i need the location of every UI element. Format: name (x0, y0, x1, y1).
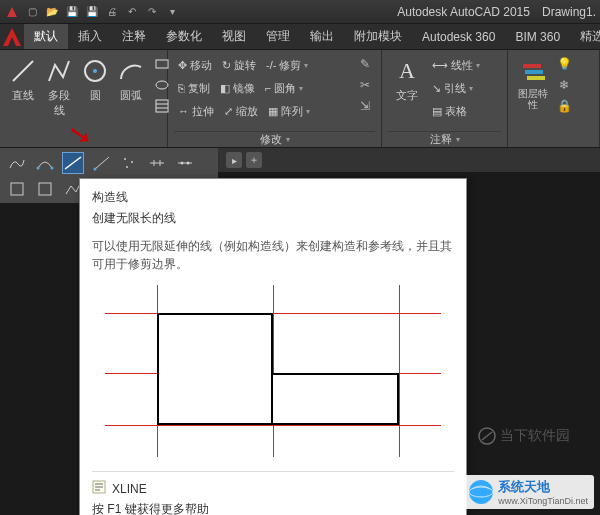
polyline-button[interactable]: 多段线 (42, 54, 76, 147)
tab-default[interactable]: 默认 (24, 24, 68, 49)
wipeout-icon[interactable] (34, 178, 56, 200)
svg-point-17 (131, 161, 133, 163)
measure-icon[interactable] (174, 152, 196, 174)
tab-parametric[interactable]: 参数化 (156, 24, 212, 49)
svg-rect-9 (525, 70, 543, 74)
svg-point-12 (51, 167, 54, 170)
qat-redo-icon[interactable]: ↷ (144, 4, 160, 20)
circle-icon (80, 56, 110, 86)
spline-cv-icon[interactable] (34, 152, 56, 174)
arc-button[interactable]: 圆弧 (114, 54, 148, 147)
offset-icon[interactable]: ⇲ (355, 96, 375, 116)
tooltip-command: XLINE (92, 471, 454, 497)
tab-bim360[interactable]: BIM 360 (505, 24, 570, 49)
copy-icon: ⎘ (178, 82, 185, 94)
stretch-icon: ↔ (178, 105, 189, 117)
array-button[interactable]: ▦阵列▾ (264, 100, 314, 122)
move-button[interactable]: ✥移动 (174, 54, 216, 76)
text-label: 文字 (396, 88, 418, 103)
svg-point-4 (156, 81, 168, 89)
watermark-2: 系统天地 www.XiTongTianDi.net (462, 475, 594, 509)
leader-icon: ↘ (432, 82, 441, 95)
svg-point-11 (37, 167, 40, 170)
tab-output[interactable]: 输出 (300, 24, 344, 49)
tab-addins[interactable]: 附加模块 (344, 24, 412, 49)
qat-open-icon[interactable]: 📂 (44, 4, 60, 20)
svg-line-0 (13, 61, 33, 81)
tooltip-help: 按 F1 键获得更多帮助 (92, 501, 454, 515)
panel-modify-title[interactable]: 修改▾ (174, 131, 375, 147)
layer-props-label: 图层特性 (516, 88, 550, 110)
dim-linear-button[interactable]: ⟷线性▾ (428, 54, 501, 76)
svg-rect-3 (156, 60, 168, 68)
layer-iso-icon[interactable]: ❄ (554, 75, 574, 95)
svg-rect-25 (11, 183, 23, 195)
svg-line-33 (482, 432, 492, 440)
tab-manage[interactable]: 管理 (256, 24, 300, 49)
spline-fit-icon[interactable] (6, 152, 28, 174)
start-tab-icon[interactable]: ▸ (226, 152, 242, 168)
layer-state-icon[interactable]: 💡 (554, 54, 574, 74)
arc-icon (116, 56, 146, 86)
qat-dropdown-icon[interactable]: ▾ (164, 4, 180, 20)
qat-save-icon[interactable]: 💾 (64, 4, 80, 20)
svg-line-14 (95, 157, 109, 169)
panel-annotation-title[interactable]: 注释▾ (388, 131, 501, 147)
layer-props-button[interactable]: 图层特性 (514, 54, 552, 147)
rotate-button[interactable]: ↻旋转 (218, 54, 260, 76)
circle-button[interactable]: 圆 (78, 54, 112, 147)
qat-plot-icon[interactable]: 🖨 (104, 4, 120, 20)
scale-button[interactable]: ⤢缩放 (220, 100, 262, 122)
app-logo[interactable] (0, 24, 24, 49)
arc-label: 圆弧 (120, 88, 142, 103)
trim-icon: -/- (266, 59, 276, 71)
stretch-button[interactable]: ↔拉伸 (174, 100, 218, 122)
explode-icon[interactable]: ✂ (355, 75, 375, 95)
ray-icon[interactable] (90, 152, 112, 174)
svg-rect-26 (39, 183, 51, 195)
layer-lock-icon[interactable]: 🔒 (554, 96, 574, 116)
tab-insert[interactable]: 插入 (68, 24, 112, 49)
xline-button[interactable] (62, 152, 84, 174)
trim-button[interactable]: -/-修剪▾ (262, 54, 312, 76)
erase-icon[interactable]: ✎ (355, 54, 375, 74)
svg-point-16 (124, 158, 126, 160)
rotate-icon: ↻ (222, 59, 231, 72)
line-button[interactable]: 直线 (6, 54, 40, 147)
tab-a360[interactable]: Autodesk 360 (412, 24, 505, 49)
leader-button[interactable]: ↘引线▾ (428, 77, 501, 99)
tab-annotate[interactable]: 注释 (112, 24, 156, 49)
svg-point-34 (469, 480, 493, 504)
tab-view[interactable]: 视图 (212, 24, 256, 49)
new-tab-icon[interactable]: ＋ (246, 152, 262, 168)
tooltip-command-text: XLINE (112, 482, 147, 496)
qat-app-icon[interactable] (4, 4, 20, 20)
tooltip-subtitle: 创建无限长的线 (92, 210, 454, 227)
svg-line-13 (65, 157, 81, 169)
document-name: Drawing1. (542, 5, 596, 19)
qat-undo-icon[interactable]: ↶ (124, 4, 140, 20)
table-button[interactable]: ▤表格 (428, 100, 501, 122)
region-icon[interactable] (6, 178, 28, 200)
tab-featured[interactable]: 精选应用 (570, 24, 600, 49)
line-icon (8, 56, 38, 86)
qat-new-icon[interactable]: ▢ (24, 4, 40, 20)
qat-saveas-icon[interactable]: 💾 (84, 4, 100, 20)
panel-annotation: A 文字 ⟷线性▾ ↘引线▾ ▤表格 注释▾ (382, 50, 508, 147)
tooltip-description: 可以使用无限延伸的线（例如构造线）来创建构造和参考线，并且其可用于修剪边界。 (92, 237, 454, 273)
svg-point-15 (94, 168, 97, 171)
divide-icon[interactable] (146, 152, 168, 174)
mirror-button[interactable]: ◧镜像 (216, 77, 259, 99)
point-multiple-icon[interactable] (118, 152, 140, 174)
svg-rect-5 (156, 100, 168, 112)
line-label: 直线 (12, 88, 34, 103)
tooltip-title: 构造线 (92, 189, 454, 206)
text-icon: A (392, 56, 422, 86)
ribbon-tabs: 默认 插入 注释 参数化 视图 管理 输出 附加模块 Autodesk 360 … (0, 24, 600, 50)
app-title: Autodesk AutoCAD 2015 (397, 5, 530, 19)
text-button[interactable]: A 文字 (388, 54, 426, 131)
tooltip-xline: 构造线 创建无限长的线 可以使用无限延伸的线（例如构造线）来创建构造和参考线，并… (79, 178, 467, 515)
title-bar: ▢ 📂 💾 💾 🖨 ↶ ↷ ▾ Autodesk AutoCAD 2015 Dr… (0, 0, 600, 24)
fillet-button[interactable]: ⌐圆角▾ (261, 77, 307, 99)
copy-button[interactable]: ⎘复制 (174, 77, 214, 99)
